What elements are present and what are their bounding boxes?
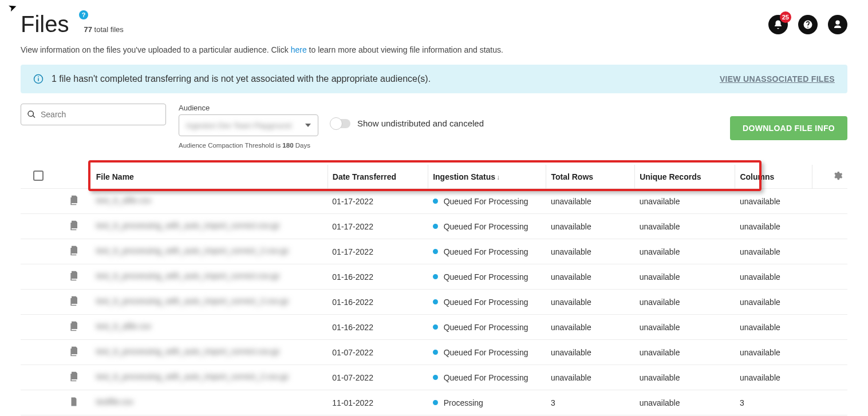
- date-transferred: 01-17-2022: [328, 189, 428, 214]
- sort-desc-icon: ↓: [496, 173, 500, 181]
- unique-records: unavailable: [635, 390, 735, 415]
- search-input[interactable]: [41, 110, 160, 119]
- ingestion-status: Queued For Processing: [444, 247, 528, 256]
- page-title: Files: [21, 11, 69, 37]
- file-icon: [69, 195, 79, 206]
- audience-selected-value: Ingestion Dev Team Playground: [186, 121, 291, 130]
- unique-records: unavailable: [635, 290, 735, 315]
- file-icon: [69, 270, 79, 282]
- title-help-icon[interactable]: ?: [79, 10, 88, 19]
- help-button[interactable]: [798, 15, 818, 34]
- table-row[interactable]: test_tt_afile.csv01-16-2022Queued For Pr…: [21, 315, 847, 340]
- search-icon: [27, 110, 36, 119]
- question-icon: [803, 19, 813, 30]
- info-banner: 1 file hasn't completed transferring and…: [21, 65, 847, 93]
- file-name: test_tt_processing_with_auto_import_corr…: [96, 372, 289, 381]
- compaction-note: Audience Compaction Threshold is 180 Day…: [179, 142, 318, 149]
- audience-select[interactable]: Ingestion Dev Team Playground: [179, 114, 318, 136]
- status-dot-icon: [433, 400, 438, 405]
- file-name: test_tt_processing_with_auto_import_corr…: [96, 246, 289, 255]
- date-transferred: 01-07-2022: [328, 365, 428, 390]
- status-dot-icon: [433, 224, 438, 229]
- unique-records: unavailable: [635, 239, 735, 264]
- unique-records: unavailable: [635, 340, 735, 365]
- download-file-info-button[interactable]: DOWNLOAD FILE INFO: [730, 116, 847, 140]
- mouse-cursor-icon: ➤: [6, 0, 19, 15]
- total-rows: unavailable: [546, 189, 635, 214]
- total-rows: unavailable: [546, 239, 635, 264]
- table-settings-button[interactable]: [812, 165, 847, 189]
- file-count-suffix: total files: [94, 25, 124, 34]
- unique-records: unavailable: [635, 315, 735, 340]
- file-icon: [69, 396, 79, 407]
- col-header-filename[interactable]: File Name: [92, 165, 328, 189]
- view-unassociated-link[interactable]: VIEW UNASSOCIATED FILES: [720, 74, 835, 84]
- date-transferred: 01-07-2022: [328, 340, 428, 365]
- table-row[interactable]: test_tt_processing_with_auto_import_corr…: [21, 214, 847, 239]
- notifications-button[interactable]: 25: [768, 15, 788, 34]
- banner-text: 1 file hasn't completed transferring and…: [52, 74, 431, 84]
- table-row[interactable]: testfile.csv11-01-2022Processing3unavail…: [21, 390, 847, 415]
- chevron-down-icon: [305, 124, 311, 127]
- total-rows: unavailable: [546, 214, 635, 239]
- file-name: test_tt_afile.csv: [96, 322, 152, 331]
- file-name: test_tt_processing_with_auto_import_corr…: [96, 296, 289, 306]
- date-transferred: 01-16-2022: [328, 264, 428, 290]
- unique-records: unavailable: [635, 365, 735, 390]
- file-count-subtitle: 77 total files: [84, 25, 123, 34]
- user-icon: [833, 19, 843, 30]
- ingestion-status: Queued For Processing: [444, 197, 528, 206]
- svg-rect-1: [38, 78, 39, 81]
- file-icon: [69, 295, 79, 307]
- notification-count-badge: 25: [780, 11, 791, 23]
- page-description: View information on the files you've upl…: [21, 45, 847, 54]
- total-rows: unavailable: [546, 264, 635, 290]
- date-transferred: 01-17-2022: [328, 214, 428, 239]
- file-icon: [69, 346, 79, 357]
- learn-more-link[interactable]: here: [291, 45, 307, 54]
- total-rows: unavailable: [546, 315, 635, 340]
- file-name: test_tt_processing_with_auto_import_corr…: [96, 221, 280, 230]
- total-rows: unavailable: [546, 365, 635, 390]
- col-header-date[interactable]: Date Transferred: [328, 165, 428, 189]
- columns-count: unavailable: [735, 340, 812, 365]
- file-name: test_tt_afile.csv: [96, 196, 152, 205]
- total-rows: unavailable: [546, 340, 635, 365]
- status-dot-icon: [433, 274, 438, 279]
- table-row[interactable]: test_tt_afile.csv01-17-2022Queued For Pr…: [21, 189, 847, 214]
- table-row[interactable]: test_tt_processing_with_auto_import_corr…: [21, 264, 847, 290]
- ingestion-status: Queued For Processing: [444, 373, 528, 382]
- ingestion-status: Queued For Processing: [444, 323, 528, 332]
- columns-count: unavailable: [735, 290, 812, 315]
- date-transferred: 01-16-2022: [328, 315, 428, 340]
- ingestion-status: Queued For Processing: [444, 272, 528, 282]
- ingestion-status: Queued For Processing: [444, 298, 528, 307]
- show-undistributed-label: Show undistributed and canceled: [357, 118, 484, 128]
- search-input-wrapper[interactable]: [21, 104, 166, 125]
- col-header-unique[interactable]: Unique Records: [635, 165, 735, 189]
- table-row[interactable]: test_tt_processing_with_auto_import_corr…: [21, 365, 847, 390]
- unique-records: unavailable: [635, 264, 735, 290]
- table-row[interactable]: test_tt_processing_with_auto_import_corr…: [21, 239, 847, 264]
- table-row[interactable]: test_tt_processing_with_auto_import_corr…: [21, 340, 847, 365]
- col-header-status[interactable]: Ingestion Status↓: [428, 165, 546, 189]
- file-icon: [69, 320, 79, 332]
- status-dot-icon: [433, 350, 438, 355]
- file-name: test_tt_processing_with_auto_import_corr…: [96, 271, 280, 280]
- table-row[interactable]: test_tt_processing_with_auto_import_corr…: [21, 290, 847, 315]
- file-name: testfile.csv: [96, 397, 133, 406]
- select-all-checkbox[interactable]: [33, 171, 44, 181]
- show-undistributed-toggle[interactable]: [331, 119, 350, 128]
- ingestion-status: Queued For Processing: [444, 222, 528, 231]
- status-dot-icon: [433, 375, 438, 380]
- info-icon: [33, 74, 44, 84]
- col-header-totalrows[interactable]: Total Rows: [546, 165, 635, 189]
- file-icon: [69, 371, 79, 382]
- ingestion-status: Processing: [444, 398, 483, 407]
- columns-count: unavailable: [735, 264, 812, 290]
- col-header-columns[interactable]: Columns: [735, 165, 812, 189]
- account-button[interactable]: [828, 15, 847, 34]
- total-rows: 3: [546, 390, 635, 415]
- columns-count: unavailable: [735, 315, 812, 340]
- unique-records: unavailable: [635, 189, 735, 214]
